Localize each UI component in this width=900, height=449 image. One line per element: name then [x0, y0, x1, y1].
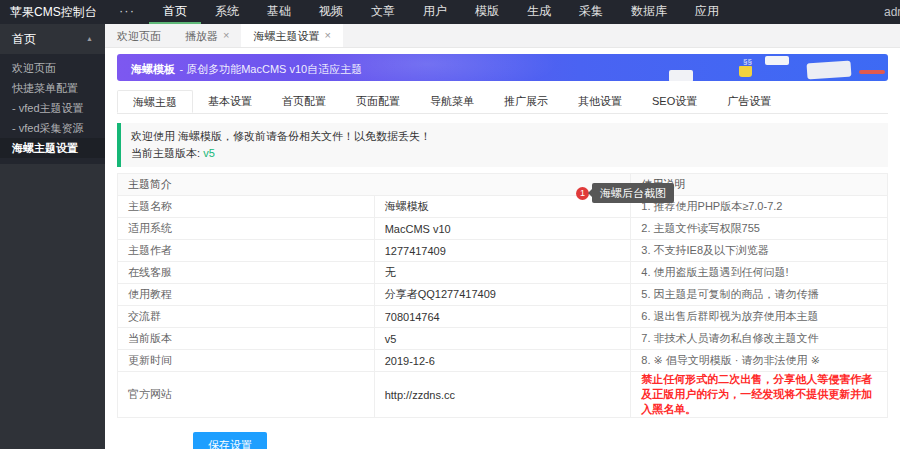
coffee-mug-illustration	[739, 66, 752, 77]
main-area: 欢迎页面 × 播放器 × 海螺主题设置 × 海螺模板 - 原创多功能MacCMS…	[105, 24, 900, 449]
page-tab-label: 播放器	[185, 24, 218, 48]
theme-tab[interactable]: 海螺主题	[117, 90, 193, 113]
theme-tab[interactable]: 基本设置	[193, 90, 267, 113]
top-nav-item[interactable]: 用户	[409, 0, 461, 24]
row-label: 主题名称	[118, 196, 375, 218]
theme-tab[interactable]: 导航菜单	[415, 90, 489, 113]
top-nav-item[interactable]: 生成	[513, 0, 565, 24]
close-icon[interactable]: ×	[223, 30, 229, 41]
table-row: 主题作者 1277417409 3. 不支持IE8及以下浏览器	[118, 240, 888, 262]
top-nav-item[interactable]: 模版	[461, 0, 513, 24]
row-label: 在线客服	[118, 262, 375, 284]
row-label: 适用系统	[118, 218, 375, 240]
row-value: 708014764	[374, 306, 631, 328]
annotation-tooltip-text: 海螺后台截图	[592, 183, 674, 203]
table-header-row: 主题简介 使用说明	[118, 174, 888, 196]
table-row: 主题名称 海螺模板 1. 推荐使用PHP版本≥7.0-7.2	[118, 196, 888, 218]
row-label: 交流群	[118, 306, 375, 328]
table-row: 交流群 708014764 6. 退出售后群即视为放弃使用本主题	[118, 306, 888, 328]
sidebar-item[interactable]: 快捷菜单配置	[0, 78, 105, 98]
top-nav-item[interactable]: 采集	[565, 0, 617, 24]
table-row: 更新时间 2019-12-6 8. ※ 倡导文明模版 · 请勿非法使用 ※	[118, 350, 888, 372]
row-label: 官方网站	[118, 372, 375, 418]
alert-line2: 当前主题版本: v5	[131, 145, 878, 162]
row-value: 无	[374, 262, 631, 284]
page-tabbar: 欢迎页面 × 播放器 × 海螺主题设置 ×	[105, 24, 900, 48]
topbar: 苹果CMS控制台 ··· 首页 系统 基础 视频 文章 用户 模版 生成 采集 …	[0, 0, 900, 24]
row-label: 主题作者	[118, 240, 375, 262]
theme-tab[interactable]: 首页配置	[267, 90, 341, 113]
theme-tab[interactable]: 页面配置	[341, 90, 415, 113]
user-menu[interactable]: admin	[884, 0, 900, 24]
sidebar-item[interactable]: 海螺主题设置	[0, 138, 105, 158]
theme-tab[interactable]: 其他设置	[563, 90, 637, 113]
sidebar-item[interactable]: - vfed采集资源	[0, 118, 105, 138]
page-tab[interactable]: 海螺主题设置 ×	[241, 24, 342, 47]
top-nav-item[interactable]: 数据库	[617, 0, 681, 24]
laptop-illustration	[806, 60, 851, 79]
page-tab[interactable]: 欢迎页面 ×	[105, 24, 173, 47]
row-label: 使用教程	[118, 284, 375, 306]
theme-settings-tabs: 海螺主题 基本设置 首页配置 页面配置 导航菜单 推广展示 其他设置 SEO设置…	[117, 90, 888, 114]
row-value: http://zzdns.cc	[374, 372, 631, 418]
theme-tab[interactable]: 推广展示	[489, 90, 563, 113]
banner-glow-decor	[297, 54, 557, 81]
more-menu-icon[interactable]: ···	[105, 0, 149, 24]
top-nav-item[interactable]: 视频	[305, 0, 357, 24]
theme-tab[interactable]: SEO设置	[637, 90, 712, 113]
table-row: 在线客服 无 4. 使用盗版主题遇到任何问题!	[118, 262, 888, 284]
banner-title: 海螺模板	[131, 63, 175, 75]
table-row: 当前版本 v5 7. 非技术人员请勿私自修改主题文件	[118, 328, 888, 350]
version-value: v5	[203, 147, 215, 159]
row-description: 3. 不支持IE8及以下浏览器	[631, 240, 888, 262]
content: 海螺模板 - 原创多功能MacCMS v10自适应主题 §§ 海螺主题 基本设置…	[105, 48, 900, 449]
table-row: 官方网站 http://zzdns.cc 禁止任何形式的二次出售，分享他人等侵害…	[118, 372, 888, 418]
page-tab-label: 欢迎页面	[117, 24, 161, 48]
sidebar-menu: 欢迎页面 快捷菜单配置 - vfed主题设置 - vfed采集资源 海螺主题设置	[0, 54, 105, 164]
top-nav-item[interactable]: 文章	[357, 0, 409, 24]
row-label: 当前版本	[118, 328, 375, 350]
top-nav: 首页 系统 基础 视频 文章 用户 模版 生成 采集 数据库 应用	[149, 0, 733, 24]
row-value: 1277417409	[374, 240, 631, 262]
row-description: 2. 主题文件读写权限755	[631, 218, 888, 240]
row-description: 4. 使用盗版主题遇到任何问题!	[631, 262, 888, 284]
alert-line1: 欢迎使用 海螺模版，修改前请备份相关文件！以免数据丢失！	[131, 128, 878, 145]
row-value: MacCMS v10	[374, 218, 631, 240]
pencil-illustration	[859, 70, 885, 74]
top-nav-item[interactable]: 应用	[681, 0, 733, 24]
row-value: 分享者QQ1277417409	[374, 284, 631, 306]
speech-bubble-illustration	[765, 56, 789, 65]
top-nav-item[interactable]: 基础	[253, 0, 305, 24]
sidebar: 首页 ▲ 欢迎页面 快捷菜单配置 - vfed主题设置 - vfed采集资源 海…	[0, 24, 105, 449]
row-description: 8. ※ 倡导文明模版 · 请勿非法使用 ※	[631, 350, 888, 372]
close-icon[interactable]: ×	[324, 30, 330, 41]
page-tab[interactable]: 播放器 ×	[173, 24, 241, 47]
row-description: 禁止任何形式的二次出售，分享他人等侵害作者及正版用户的行为，一经发现将不提供更新…	[631, 372, 888, 418]
top-nav-item[interactable]: 首页	[149, 0, 201, 24]
sidebar-item[interactable]: 欢迎页面	[0, 58, 105, 78]
save-settings-button[interactable]: 保存设置	[193, 432, 267, 449]
sidebar-header-label: 首页	[12, 24, 36, 54]
sidebar-item[interactable]: - vfed主题设置	[0, 98, 105, 118]
row-description: 5. 因主题是可复制的商品，请勿传播	[631, 284, 888, 306]
table-row: 使用教程 分享者QQ1277417409 5. 因主题是可复制的商品，请勿传播	[118, 284, 888, 306]
theme-tab[interactable]: 广告设置	[712, 90, 786, 113]
row-value: v5	[374, 328, 631, 350]
table-row: 适用系统 MacCMS v10 2. 主题文件读写权限755	[118, 218, 888, 240]
theme-info-table: 主题简介 使用说明 主题名称 海螺模板 1. 推荐使用PHP版本≥7.0-7.2…	[117, 173, 888, 418]
column-header-intro: 主题简介	[118, 174, 631, 196]
sidebar-header-home[interactable]: 首页 ▲	[0, 24, 105, 54]
welcome-alert: 欢迎使用 海螺模版，修改前请备份相关文件！以免数据丢失！ 当前主题版本: v5	[117, 123, 888, 167]
top-nav-item[interactable]: 系统	[201, 0, 253, 24]
version-label: 当前主题版本:	[131, 147, 200, 159]
row-description: 6. 退出售后群即视为放弃使用本主题	[631, 306, 888, 328]
app-logo: 苹果CMS控制台	[0, 0, 105, 24]
annotation-tooltip: 1 海螺后台截图	[576, 183, 674, 203]
row-description: 7. 非技术人员请勿私自修改主题文件	[631, 328, 888, 350]
row-value: 2019-12-6	[374, 350, 631, 372]
page-tab-label: 海螺主题设置	[253, 24, 319, 48]
row-label: 更新时间	[118, 350, 375, 372]
steam-illustration: §§	[743, 58, 752, 66]
caret-up-icon: ▲	[86, 24, 93, 54]
paper-illustration	[669, 70, 693, 81]
